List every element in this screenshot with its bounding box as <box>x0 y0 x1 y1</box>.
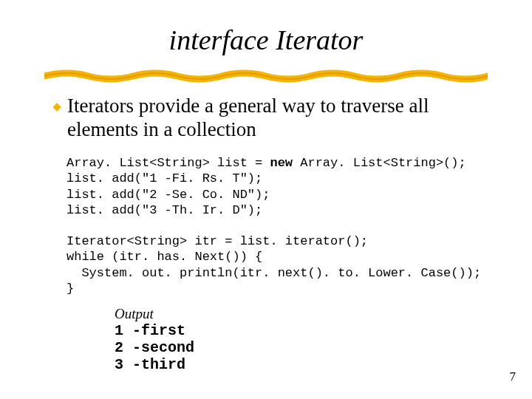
output-text: 1 -first 2 -second 3 -third <box>115 322 194 373</box>
output-label: Output <box>115 306 154 322</box>
page-number: 7 <box>510 369 516 384</box>
svg-rect-0 <box>52 103 61 111</box>
code-line: System. out. println(itr. next(). to. Lo… <box>66 266 481 280</box>
code-line: Iterator<String> itr = list. iterator(); <box>66 234 368 248</box>
slide: interface Iterator Iterators provide a g… <box>0 0 532 399</box>
title-underline <box>44 68 488 84</box>
bullet-text: Iterators provide a general way to trave… <box>67 95 495 142</box>
code-line: list. add("2 -Se. Co. ND"); <box>66 188 270 202</box>
code-line: Array. List<String> list = <box>66 156 270 170</box>
diamond-bullet-icon <box>52 102 62 112</box>
code-line: } <box>66 282 74 296</box>
code-line: while (itr. has. Next()) { <box>66 250 262 264</box>
bullet-item: Iterators provide a general way to trave… <box>52 95 495 142</box>
code-line: list. add("1 -Fi. Rs. T"); <box>66 171 262 185</box>
code-line: Array. List<String>(); <box>293 156 466 170</box>
code-block-1: Array. List<String> list = new Array. Li… <box>66 155 466 218</box>
code-block-2: Iterator<String> itr = list. iterator();… <box>66 233 481 296</box>
code-line: list. add("3 -Th. Ir. D"); <box>66 203 262 217</box>
slide-title: interface Iterator <box>0 24 532 56</box>
keyword-new: new <box>270 156 293 170</box>
body-text-block: Iterators provide a general way to trave… <box>52 95 495 142</box>
